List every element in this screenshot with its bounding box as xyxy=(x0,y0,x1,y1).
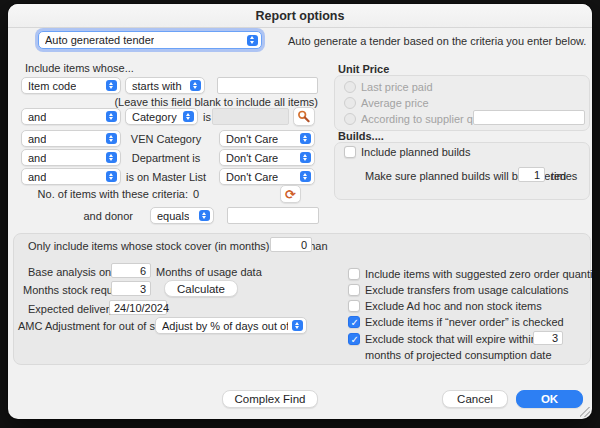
magnifier-icon xyxy=(297,110,311,124)
master-list-value: Don't Care xyxy=(226,171,278,183)
criteria-section-label: Include items whose... xyxy=(25,62,134,74)
expected-delivery-label: Expected delivery xyxy=(28,303,106,315)
popup-stepper-icon xyxy=(183,111,194,122)
master-list-label: is on Master List xyxy=(120,171,212,183)
popup-stepper-icon xyxy=(292,320,303,331)
expected-delivery-input[interactable]: 24/10/2024 xyxy=(109,300,167,315)
resize-grip[interactable] xyxy=(580,407,590,417)
conjunction-value: and xyxy=(28,152,46,164)
donor-label: and donor xyxy=(63,210,133,222)
months-stock-input[interactable]: 3 xyxy=(111,281,151,296)
conjunction-select-3[interactable]: and xyxy=(21,149,121,166)
include-planned-builds-label: Include planned builds xyxy=(361,146,470,158)
amc-adjustment-label: AMC Adjustment for out of stock xyxy=(18,320,153,332)
exclude-transfers-label: Exclude transfers from usage calculation… xyxy=(365,284,569,296)
popup-stepper-icon xyxy=(106,171,117,182)
popup-stepper-icon xyxy=(106,80,117,91)
popup-stepper-icon xyxy=(106,133,117,144)
window-title: Report options xyxy=(256,9,345,23)
conjunction-value: and xyxy=(28,171,46,183)
popup-stepper-icon xyxy=(300,152,311,163)
category1-select[interactable]: Category 1 xyxy=(125,108,198,125)
popup-stepper-icon xyxy=(190,80,201,91)
cancel-button[interactable]: Cancel xyxy=(442,390,508,408)
popup-stepper-icon xyxy=(300,133,311,144)
conjunction-select-1[interactable]: and xyxy=(21,108,121,125)
items-count-value: 0 xyxy=(193,188,199,200)
covered-suffix-label: times xyxy=(551,170,577,182)
report-description: Auto generate a tender based on the crit… xyxy=(288,35,586,47)
is-operator-label: is xyxy=(203,111,211,123)
calculate-button[interactable]: Calculate xyxy=(164,280,238,297)
item-code-input[interactable] xyxy=(217,77,318,94)
category1-value-field xyxy=(212,108,289,125)
base-analysis-input[interactable]: 6 xyxy=(111,263,151,278)
supplier-quote-radio xyxy=(344,113,356,125)
base-analysis-label: Base analysis on xyxy=(28,266,108,278)
supplier-quote-input[interactable] xyxy=(473,110,585,125)
department-value: Don't Care xyxy=(226,152,278,164)
items-count-label: No. of items with these criteria: xyxy=(28,188,188,200)
report-type-value: Auto generated tender xyxy=(45,34,154,46)
ok-button[interactable]: OK xyxy=(516,390,583,408)
exclude-adhoc-checkbox[interactable] xyxy=(348,300,360,312)
department-select[interactable]: Don't Care xyxy=(219,149,315,166)
amc-adjustment-select[interactable]: Adjust by % of days out of stock xyxy=(155,317,307,334)
popup-stepper-icon xyxy=(106,111,117,122)
donor-comparator-select[interactable]: equals xyxy=(150,207,214,224)
conjunction-select-2[interactable]: and xyxy=(21,130,121,147)
department-label: Department is xyxy=(120,152,212,164)
include-planned-builds-checkbox[interactable] xyxy=(344,146,356,158)
exclude-expiring-checkbox[interactable] xyxy=(348,333,360,345)
include-zero-order-checkbox[interactable] xyxy=(348,268,360,280)
blank-field-note: (Leave this field blank to include all i… xyxy=(68,96,318,108)
base-analysis-suffix: Months of usage data xyxy=(156,266,262,278)
master-list-select[interactable]: Don't Care xyxy=(219,168,315,185)
criteria-comparator-select[interactable]: starts with xyxy=(125,77,205,94)
exclude-never-order-checkbox[interactable] xyxy=(348,316,360,328)
stock-cover-input[interactable]: 0 xyxy=(270,237,312,252)
refresh-icon: ⟳ xyxy=(285,187,296,200)
donor-comparator-value: equals xyxy=(157,210,189,222)
conjunction-select-4[interactable]: and xyxy=(21,168,121,185)
conjunction-value: and xyxy=(28,111,46,123)
popup-stepper-icon xyxy=(199,210,210,221)
stock-settings-panel xyxy=(13,233,591,365)
criteria-field-value: Item code xyxy=(28,80,76,92)
unit-price-title: Unit Price xyxy=(338,63,389,75)
average-price-radio xyxy=(344,97,356,109)
exclude-never-order-label: Exclude items if “never order” is checke… xyxy=(365,316,564,328)
last-price-label: Last price paid xyxy=(361,81,433,93)
report-type-select[interactable]: Auto generated tender xyxy=(38,31,262,49)
amc-adjustment-value: Adjust by % of days out of stock xyxy=(162,320,288,332)
stock-cover-label: Only include items whose stock cover (in… xyxy=(28,240,266,252)
ven-category-label: VEN Category xyxy=(120,133,212,145)
category-search-button[interactable] xyxy=(293,107,315,126)
report-options-dialog: Report options Auto generated tender Aut… xyxy=(8,4,592,419)
popup-stepper-icon xyxy=(106,152,117,163)
covered-times-input[interactable]: 1 xyxy=(518,167,545,182)
donor-input[interactable] xyxy=(227,207,319,224)
exclude-adhoc-label: Exclude Ad hoc and non stock items xyxy=(365,300,542,312)
complex-find-button[interactable]: Complex Find xyxy=(222,390,318,408)
average-price-label: Average price xyxy=(361,97,429,109)
titlebar[interactable]: Report options xyxy=(8,4,592,28)
ven-category-value: Don't Care xyxy=(226,133,278,145)
builds-title: Builds.... xyxy=(338,130,384,142)
conjunction-value: and xyxy=(28,133,46,145)
ven-category-select[interactable]: Don't Care xyxy=(219,130,315,147)
criteria-field-select[interactable]: Item code xyxy=(21,77,121,94)
include-zero-order-label: Include items with suggested zero order … xyxy=(365,268,592,280)
expire-suffix-label: months of projected consumption date xyxy=(365,349,552,361)
criteria-comparator-value: starts with xyxy=(132,80,182,92)
category1-value: Category 1 xyxy=(132,111,179,123)
expire-months-input[interactable]: 3 xyxy=(533,331,563,345)
last-price-radio xyxy=(344,81,356,93)
popup-stepper-icon xyxy=(247,35,258,46)
refresh-count-button[interactable]: ⟳ xyxy=(280,185,301,203)
popup-stepper-icon xyxy=(300,171,311,182)
months-stock-label: Months stock required xyxy=(23,284,108,296)
exclude-expiring-label: Exclude stock that will expire within xyxy=(365,333,537,345)
exclude-transfers-checkbox[interactable] xyxy=(348,284,360,296)
